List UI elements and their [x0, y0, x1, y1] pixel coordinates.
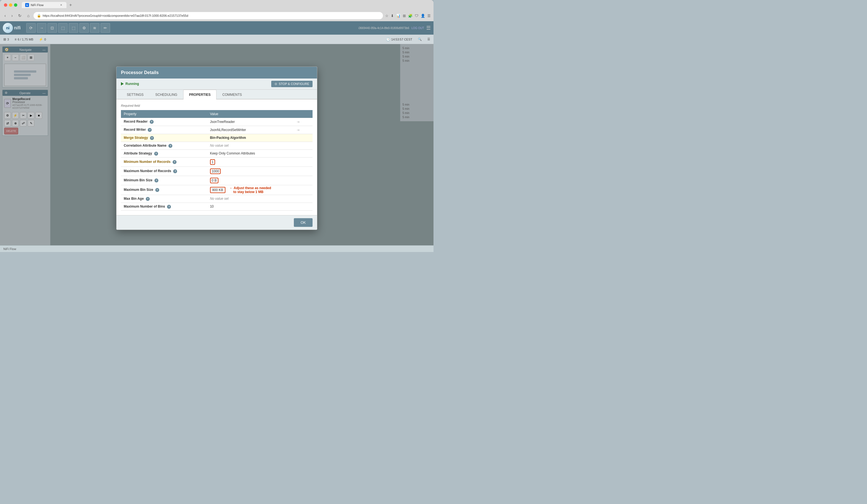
help-icon[interactable]: ? — [148, 128, 152, 132]
toolbar-output-port-button[interactable]: ⬚ — [69, 23, 78, 33]
help-icon[interactable]: ? — [154, 152, 158, 156]
help-icon[interactable]: ? — [173, 169, 177, 173]
maximize-window-button[interactable] — [14, 3, 17, 7]
properties-table-container: Property Value Record Rea — [121, 110, 312, 211]
menu-icon[interactable]: ☰ — [427, 14, 431, 18]
canvas-area: 🧭 Navigate — + − ⬜ ⊞ — [0, 44, 434, 252]
action-column-header — [293, 110, 312, 118]
status-errors: ⚡ 0 — [39, 37, 46, 41]
stop-configure-label: STOP & CONFIGURE — [279, 82, 309, 85]
property-value-cell[interactable]: 10 — [207, 203, 293, 210]
ok-button[interactable]: OK — [294, 218, 312, 227]
back-button[interactable]: ‹ — [3, 13, 8, 19]
stats-icon[interactable]: 📊 — [396, 14, 400, 18]
download-icon[interactable]: ⬇ — [391, 14, 394, 18]
tab-settings[interactable]: SETTINGS — [121, 90, 149, 99]
property-empty-cell — [293, 142, 312, 149]
global-menu-icon: ☰ — [427, 37, 430, 41]
error-count: 0 — [44, 38, 46, 41]
help-icon[interactable]: ? — [150, 136, 154, 140]
tab-favicon-icon: N — [25, 3, 29, 7]
title-bar: N NiFi Flow × + — [0, 0, 434, 10]
minimize-window-button[interactable] — [9, 3, 12, 7]
toolbar-refresh-button[interactable]: ⟳ — [26, 23, 36, 33]
logout-button[interactable]: LOG OUT — [411, 26, 424, 30]
properties-table: Property Value Record Rea — [121, 110, 312, 211]
value-column-header: Value — [207, 110, 293, 118]
help-icon[interactable]: ? — [150, 120, 154, 124]
property-column-header: Property — [121, 110, 207, 118]
dialog-overlay: Processor Details Running ⊙ STOP & CONFI… — [0, 44, 434, 252]
property-value-cell[interactable]: Keep Only Common Attributes — [207, 149, 293, 157]
tab-title-text: NiFi Flow — [31, 3, 44, 7]
bottom-bar-label: NiFi Flow — [3, 247, 16, 250]
toolbar-input-port-button[interactable]: ⬚ — [58, 23, 67, 33]
property-value-cell[interactable]: 0 B — [207, 176, 293, 185]
toolbar-funnel-button[interactable]: ⚙ — [79, 23, 89, 33]
shield-icon[interactable]: 🛡 — [415, 14, 418, 18]
browser-action-icons: ☆ ⬇ 📊 ⊞ 🧩 🛡 👤 ☰ — [385, 14, 431, 18]
tab-grid-icon[interactable]: ⊞ — [403, 14, 406, 18]
help-icon[interactable]: ? — [173, 160, 176, 164]
hamburger-menu-icon[interactable]: ☰ — [426, 25, 431, 31]
error-icon: ⚡ — [39, 37, 43, 41]
property-value-cell[interactable]: No value set — [207, 195, 293, 203]
table-row: Merge Strategy ? Bin-Packing Algorithm — [121, 134, 312, 142]
tab-comments[interactable]: COMMENTS — [216, 90, 248, 99]
nifi-toolbar-right: i3669440-95fa-4c14-8fe0-91806d9973b6 LOG… — [358, 25, 431, 31]
table-row: Minimum Bin Size ? 0 B — [121, 176, 312, 185]
stop-icon: ⊙ — [275, 82, 277, 86]
toolbar-label-button[interactable]: ≋ — [90, 23, 99, 33]
toolbar-process-group-button[interactable]: ⊡ — [47, 23, 57, 33]
property-name-cell: Merge Strategy ? — [121, 134, 207, 142]
dialog-footer: OK — [117, 215, 317, 230]
forward-button[interactable]: › — [10, 13, 14, 19]
reload-button[interactable]: ↻ — [17, 13, 23, 19]
required-field-label: Required field — [121, 104, 312, 107]
close-window-button[interactable] — [4, 3, 7, 7]
help-icon[interactable]: ? — [155, 188, 159, 192]
property-value-cell[interactable]: No value set — [207, 142, 293, 149]
toolbar-remote-button[interactable]: → — [37, 23, 46, 33]
status-queue: ≡ 6 / 1,75 MB — [14, 37, 33, 41]
status-threads: ⊞ 3 — [3, 37, 9, 41]
nifi-bottom-bar: NiFi Flow — [0, 245, 434, 252]
property-name-cell: Maximum Number of Bins ? — [121, 203, 207, 210]
table-row: Maximum Number of Bins ? 10 — [121, 203, 312, 210]
nifi-logo: ni nifi — [3, 23, 21, 33]
property-value-cell[interactable]: JsonNLRecordSetWriter — [207, 126, 293, 134]
home-button[interactable]: ⌂ — [25, 13, 31, 19]
property-value-cell[interactable]: 1000 — [207, 167, 293, 176]
help-icon[interactable]: ? — [169, 144, 172, 148]
search-button[interactable]: 🔍 — [418, 37, 422, 41]
table-header-row: Property Value — [121, 110, 312, 118]
help-icon[interactable]: ? — [154, 179, 158, 182]
help-icon[interactable]: ? — [167, 205, 171, 209]
max-records-value: 1000 — [210, 169, 221, 174]
threads-count: 3 — [7, 38, 9, 41]
global-menu-button[interactable]: ☰ — [427, 37, 430, 41]
tab-properties[interactable]: PROPERTIES — [183, 90, 216, 99]
property-arrow-cell: → — [293, 126, 312, 134]
new-tab-button[interactable]: + — [67, 2, 74, 8]
property-value-cell[interactable]: 800 KB ← Adjust these as needed to stay … — [207, 185, 293, 195]
table-row: Record Reader ? JsonTreeReader → — [121, 118, 312, 126]
table-row: Maximum Number of Records ? 1000 — [121, 167, 312, 176]
help-icon[interactable]: ? — [146, 197, 150, 201]
browser-tab[interactable]: N NiFi Flow × — [22, 2, 66, 8]
tab-bar: N NiFi Flow × + — [22, 2, 430, 8]
dialog-title-text: Processor Details — [121, 70, 159, 75]
property-value-cell[interactable]: Bin-Packing Algorithm — [207, 134, 293, 142]
nifi-toolbar: ni nifi ⟳ → ⊡ ⬚ ⬚ ⚙ ≋ ✏ i3669440-95fa-4c… — [0, 21, 434, 35]
tab-scheduling[interactable]: SCHEDULING — [149, 90, 183, 99]
extensions-icon[interactable]: 🧩 — [408, 14, 413, 18]
profile-icon[interactable]: 👤 — [421, 14, 425, 18]
property-value-cell[interactable]: JsonTreeReader — [207, 118, 293, 126]
bookmark-icon[interactable]: ☆ — [385, 14, 388, 18]
property-name-cell: Maximum Number of Records ? — [121, 167, 207, 176]
address-bar[interactable]: 🔒 https://localhost:8443/nifi/?processGr… — [33, 12, 383, 19]
stop-configure-button[interactable]: ⊙ STOP & CONFIGURE — [271, 81, 312, 87]
toolbar-template-button[interactable]: ✏ — [100, 23, 110, 33]
tab-close-button[interactable]: × — [59, 3, 63, 7]
property-value-cell[interactable]: 1 — [207, 157, 293, 167]
